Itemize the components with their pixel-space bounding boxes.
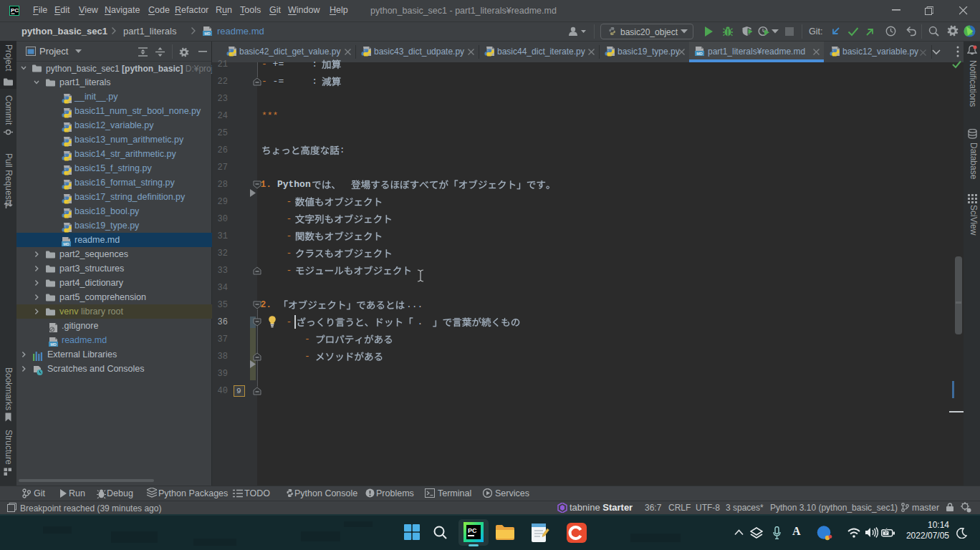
svg-text:PC: PC xyxy=(468,527,477,534)
